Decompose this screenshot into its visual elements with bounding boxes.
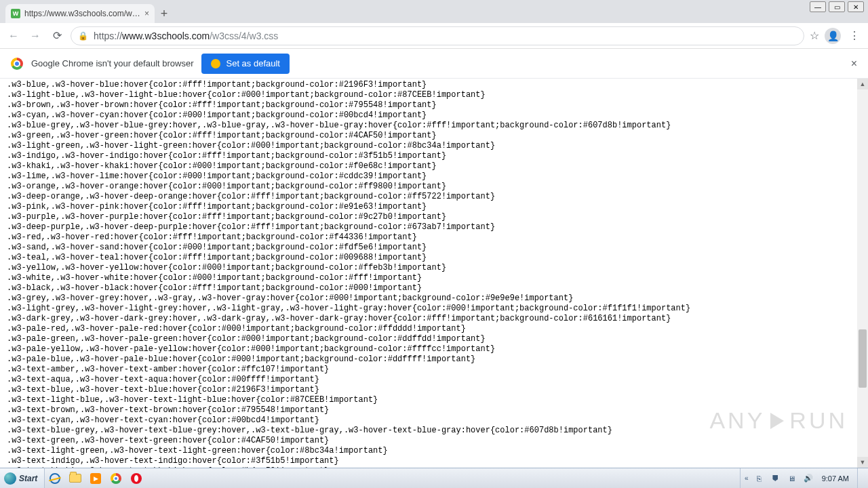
scroll-up-button[interactable]: ▲ <box>857 79 868 89</box>
window-close-button[interactable]: ✕ <box>848 1 864 12</box>
browser-tab[interactable]: W https://www.w3schools.com/w3css/ × <box>5 4 155 23</box>
set-default-button[interactable]: Set as default <box>201 54 290 74</box>
page-content: .w3-blue,.w3-hover-blue:hover{color:#fff… <box>0 79 868 468</box>
tab-title: https://www.w3schools.com/w3css/ <box>24 9 140 18</box>
tray-icon-2[interactable]: ⛊ <box>770 473 781 484</box>
infobar-close-button[interactable]: × <box>851 58 857 70</box>
show-desktop-button[interactable] <box>857 468 864 488</box>
opera-icon[interactable] <box>126 468 146 488</box>
lock-icon: 🔒 <box>78 31 88 41</box>
tray-volume-icon[interactable]: 🔊 <box>803 473 814 484</box>
forward-button[interactable]: → <box>27 28 43 44</box>
infobar-text: Google Chrome isn't your default browser <box>31 58 193 68</box>
profile-avatar-icon[interactable]: 👤 <box>825 28 841 44</box>
default-browser-infobar: Google Chrome isn't your default browser… <box>0 49 868 79</box>
start-label: Start <box>19 474 37 483</box>
tray-icon-1[interactable]: ⎘ <box>754 473 765 484</box>
system-tray: « ⎘ ⛊ 🖥 🔊 9:07 AM <box>740 468 868 488</box>
quick-launch: ▶ <box>45 468 146 488</box>
scroll-down-button[interactable]: ▼ <box>857 457 868 468</box>
bookmark-star-icon[interactable]: ☆ <box>810 29 819 42</box>
vertical-scrollbar[interactable]: ▲ ▼ <box>857 79 868 468</box>
css-source-text[interactable]: .w3-blue,.w3-hover-blue:hover{color:#fff… <box>0 79 868 468</box>
start-orb-icon <box>4 472 16 485</box>
explorer-icon[interactable] <box>65 468 85 488</box>
taskbar: Start ▶ « ⎘ ⛊ 🖥 🔊 9:07 AM <box>0 468 868 488</box>
tray-icon-3[interactable]: 🖥 <box>787 473 797 484</box>
address-bar[interactable]: 🔒 https://www.w3schools.com/w3css/4/w3.c… <box>71 26 804 45</box>
shield-icon <box>211 59 220 68</box>
media-player-icon[interactable]: ▶ <box>85 468 106 488</box>
chrome-taskbar-icon[interactable] <box>106 468 126 488</box>
new-tab-button[interactable]: + <box>155 4 174 23</box>
url-text: https://www.w3schools.com/w3css/4/w3.css <box>94 30 278 41</box>
chrome-icon <box>11 58 23 70</box>
favicon-icon: W <box>11 9 20 18</box>
set-default-label: Set as default <box>226 58 280 68</box>
start-button[interactable]: Start <box>0 468 45 488</box>
tab-strip: W https://www.w3schools.com/w3css/ × + <box>0 0 868 23</box>
kebab-menu-icon[interactable]: ⋮ <box>846 28 863 44</box>
browser-toolbar: ← → ⟳ 🔒 https://www.w3schools.com/w3css/… <box>0 23 868 49</box>
tab-close-button[interactable]: × <box>144 9 149 18</box>
scroll-thumb[interactable] <box>859 329 867 388</box>
ie-icon[interactable] <box>45 468 65 488</box>
taskbar-clock[interactable]: 9:07 AM <box>819 474 852 483</box>
window-maximize-button[interactable]: ▭ <box>829 1 845 12</box>
reload-button[interactable]: ⟳ <box>49 28 65 44</box>
window-minimize-button[interactable]: — <box>810 1 826 12</box>
back-button[interactable]: ← <box>5 28 22 44</box>
tray-expand-icon[interactable]: « <box>745 474 749 482</box>
